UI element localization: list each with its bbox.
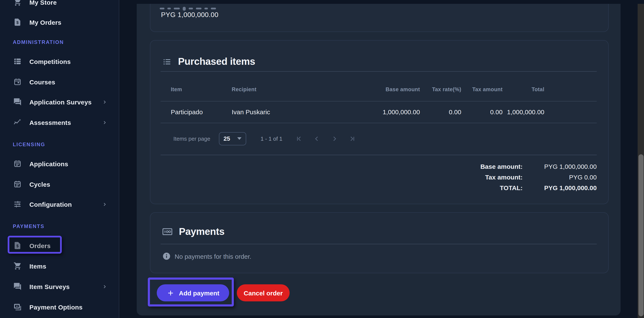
- sidebar-item-my-store[interactable]: My Store: [0, 0, 119, 12]
- column-header-total: Total: [502, 87, 544, 93]
- clipped-label-fragment: [160, 6, 216, 9]
- last-page-button[interactable]: [346, 133, 358, 145]
- svg-text:$: $: [16, 244, 18, 248]
- purchased-items-card: Purchased items Item Recipient Base amou…: [150, 40, 609, 204]
- chevron-right-icon: [102, 202, 107, 206]
- order-summary-card: PYG 1,000,000.00: [150, 4, 609, 32]
- previous-page-button[interactable]: [310, 133, 322, 145]
- sidebar-section-administration: ADMINISTRATION: [13, 39, 64, 45]
- list-icon: [162, 57, 172, 66]
- first-page-button[interactable]: [292, 133, 304, 145]
- app-window: My Store $ My Orders ADMINISTRATION Comp…: [0, 0, 644, 318]
- sidebar-item-configuration[interactable]: Configuration: [0, 194, 119, 214]
- sidebar-item-cycles[interactable]: Cycles: [0, 174, 119, 194]
- sidebar-item-orders[interactable]: $ Orders: [0, 235, 119, 256]
- calendar-icon: [13, 78, 22, 86]
- cell-item: Participado: [160, 108, 232, 116]
- cart-icon: [13, 262, 22, 270]
- scrollbar-thumb[interactable]: [638, 154, 643, 316]
- sidebar-item-label: Assessments: [30, 119, 71, 126]
- cell-total: 1,000,000.00: [502, 108, 544, 116]
- add-payment-label: Add payment: [179, 289, 219, 296]
- sidebar-item-my-orders[interactable]: $ My Orders: [0, 12, 119, 32]
- sidebar-item-label: Competitions: [30, 58, 71, 65]
- sidebar-item-applications[interactable]: Applications: [0, 153, 119, 174]
- chevron-right-icon: [102, 100, 107, 104]
- items-per-page-label: Items per page: [173, 135, 210, 142]
- sidebar-section-licensing: LICENSING: [13, 142, 45, 147]
- order-amount: PYG 1,000,000.00: [161, 11, 218, 19]
- sidebar-item-label: Applications: [30, 160, 68, 167]
- plus-icon: [166, 289, 175, 297]
- order-detail-panel: PYG 1,000,000.00 Purchased items Item Re…: [137, 4, 620, 315]
- vertical-scrollbar[interactable]: [638, 4, 644, 318]
- sidebar-item-label: My Store: [30, 0, 57, 6]
- svg-text:$: $: [16, 20, 18, 25]
- table-row[interactable]: Participado Ivan Puskaric 1,000,000.00 0…: [160, 101, 597, 123]
- column-header-item: Item: [160, 87, 232, 93]
- totals-label: Base amount:: [160, 163, 522, 170]
- forum-chat-icon: [13, 282, 22, 291]
- empty-message: No payments for this order.: [175, 252, 251, 260]
- no-payments-row: No payments for this order.: [162, 248, 251, 265]
- cancel-order-button[interactable]: Cancel order: [237, 284, 290, 301]
- divider: [160, 71, 597, 72]
- page-range-label: 1 - 1 of 1: [260, 135, 282, 142]
- payment-card-icon: [13, 303, 22, 311]
- receipt-dollar-icon: $: [13, 18, 22, 27]
- sidebar-item-label: Application Surveys: [30, 98, 92, 106]
- card-title: Payments: [179, 226, 224, 237]
- sidebar-item-label: Courses: [30, 78, 55, 86]
- sidebar-item-payment-options[interactable]: Payment Options: [0, 297, 119, 317]
- tune-sliders-icon: [13, 200, 22, 208]
- sidebar: My Store $ My Orders ADMINISTRATION Comp…: [0, 0, 119, 318]
- sidebar-item-competitions[interactable]: Competitions: [0, 51, 119, 72]
- divider: [160, 123, 597, 123]
- cart-icon: [13, 0, 22, 7]
- totals-row-base: Base amount: PYG 1,000,000.00: [160, 161, 597, 172]
- chevron-right-icon: [102, 120, 107, 125]
- divider: [160, 155, 597, 155]
- paginator: Items per page 25 1 - 1 of 1: [160, 131, 597, 146]
- sidebar-item-items[interactable]: Items: [0, 256, 119, 276]
- receipt-dollar-icon: $: [13, 241, 22, 250]
- sidebar-item-label: Payment Options: [30, 303, 83, 310]
- main-content: PYG 1,000,000.00 Purchased items Item Re…: [120, 0, 644, 318]
- table-list-icon: [13, 57, 22, 66]
- cell-tax-rate: 0.00: [420, 108, 461, 116]
- column-header-tax-amount: Tax amount: [461, 87, 502, 93]
- sidebar-item-label: Cycles: [30, 181, 50, 188]
- sidebar-item-application-surveys[interactable]: Application Surveys: [0, 92, 119, 112]
- sidebar-item-label: Items: [30, 262, 46, 270]
- sidebar-item-item-surveys[interactable]: Item Surveys: [0, 276, 119, 297]
- totals-value: PYG 1,000,000.00: [522, 163, 597, 170]
- sidebar-item-label: My Orders: [30, 19, 61, 26]
- sidebar-item-assessments[interactable]: Assessments: [0, 112, 119, 133]
- event-note-icon: [13, 159, 22, 168]
- chevron-right-icon: [102, 284, 107, 289]
- divider: [160, 244, 597, 244]
- page-size-value: 25: [224, 135, 230, 142]
- card-title: Purchased items: [178, 56, 255, 67]
- totals-label: Tax amount:: [160, 173, 522, 181]
- column-header-base-amount: Base amount: [339, 87, 420, 93]
- totals-label: TOTAL:: [160, 184, 522, 191]
- page-size-select[interactable]: 25: [219, 132, 246, 145]
- info-icon: [162, 252, 171, 260]
- sidebar-item-label: Orders: [30, 242, 51, 249]
- money-icon: [162, 227, 172, 236]
- totals-block: Base amount: PYG 1,000,000.00 Tax amount…: [160, 161, 597, 193]
- column-header-tax-rate: Tax rate(%): [420, 87, 461, 93]
- totals-row-tax: Tax amount: PYG 0.00: [160, 172, 597, 182]
- sidebar-section-payments: PAYMENTS: [13, 223, 44, 229]
- trend-sparkle-icon: [13, 118, 22, 127]
- column-header-recipient: Recipient: [232, 87, 339, 93]
- add-payment-button[interactable]: Add payment: [157, 284, 229, 301]
- payments-card: Payments No payments for this order.: [150, 212, 609, 273]
- sidebar-item-label: Configuration: [30, 201, 72, 208]
- sidebar-item-courses[interactable]: Courses: [0, 72, 119, 92]
- next-page-button[interactable]: [328, 133, 340, 145]
- cell-tax-amount: 0.00: [461, 108, 502, 116]
- forum-chat-icon: [13, 98, 22, 106]
- cancel-order-label: Cancel order: [244, 289, 282, 296]
